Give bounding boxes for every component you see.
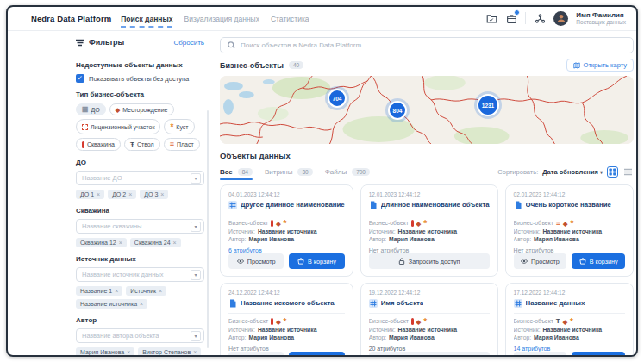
map-cluster-marker[interactable]: 1231: [477, 94, 499, 116]
well-input[interactable]: [82, 222, 191, 230]
attributes-link[interactable]: 14 атрибутов: [514, 346, 625, 352]
remove-tag-icon[interactable]: ×: [193, 349, 197, 355]
tag-do-1[interactable]: ДО 1×: [76, 190, 104, 199]
source-select[interactable]: ▾: [76, 267, 204, 282]
source-value: Название источника: [258, 228, 317, 236]
chip-layer[interactable]: ≡Пласт: [164, 138, 200, 151]
card-title[interactable]: Длинное наименование объекта: [381, 201, 490, 209]
tab-all-count: 84: [238, 168, 253, 176]
request-access-button[interactable]: Запросить доступ: [369, 253, 490, 269]
source-input[interactable]: [82, 271, 191, 278]
nav-tab-statistics[interactable]: Статистика: [271, 7, 309, 30]
chevron-down-icon[interactable]: ▾: [191, 173, 201, 184]
card-title[interactable]: Очень короткое название: [526, 201, 611, 209]
type-label: Бизнес-объект: [369, 219, 409, 228]
card-date: 19.12.2022 12:44:12: [369, 290, 490, 296]
chip-cluster[interactable]: *Куст: [164, 119, 194, 134]
source-label: Источник:: [228, 327, 255, 334]
user-avatar[interactable]: [553, 11, 568, 26]
author-input[interactable]: [82, 332, 191, 340]
chip-do[interactable]: ▦ДО: [76, 103, 106, 115]
attributes-link[interactable]: 6 атрибутов: [228, 247, 345, 253]
reset-filters-link[interactable]: Сбросить: [173, 39, 204, 47]
tab-showcases-count: 30: [297, 168, 312, 176]
tag-do-2[interactable]: ДО 2×: [108, 190, 136, 199]
remove-tag-icon[interactable]: ×: [173, 240, 177, 246]
inaccessible-objects-label: Недоступные объекты данных: [76, 61, 204, 69]
remove-tag-icon[interactable]: ×: [97, 191, 100, 197]
do-select[interactable]: ▾: [76, 171, 204, 185]
type-chips: ▦ДО ◆Месторождение Лицензионный участок …: [76, 103, 204, 151]
tag-source-1[interactable]: Название 1×: [76, 286, 122, 296]
grid-view-toggle[interactable]: [607, 166, 618, 178]
org-structure-icon[interactable]: [534, 12, 546, 24]
user-info[interactable]: Имя Фамилия Поставщик данных: [576, 11, 626, 26]
source-label: Источник:: [514, 327, 541, 334]
tag-source-2[interactable]: Источник×: [126, 286, 166, 296]
add-to-cart-button[interactable]: В корзину: [289, 253, 344, 269]
map-cluster-marker[interactable]: 804: [388, 101, 407, 120]
view-button[interactable]: Просмотр: [228, 352, 284, 355]
cluster-icon: *: [423, 318, 427, 326]
tab-showcases[interactable]: Витрины30: [265, 165, 313, 178]
chevron-down-icon[interactable]: ▾: [191, 331, 201, 341]
card-title[interactable]: Название данных: [526, 299, 585, 307]
remove-tag-icon[interactable]: ×: [115, 288, 118, 294]
request-access-button[interactable]: Запросить доступ: [369, 352, 490, 355]
nav-tab-data-search[interactable]: Поиск данных: [121, 7, 172, 30]
tag-source-3[interactable]: Название источника×: [76, 299, 147, 309]
chevron-down-icon[interactable]: ▾: [191, 270, 201, 280]
add-to-cart-button[interactable]: В корзину: [572, 253, 625, 269]
nav-tab-data-visualization[interactable]: Визуализация данных: [184, 7, 259, 30]
remove-tag-icon[interactable]: ×: [127, 349, 130, 355]
remove-tag-icon[interactable]: ×: [140, 301, 143, 307]
author-label: Автор:: [228, 236, 246, 244]
documents-icon[interactable]: [485, 12, 497, 24]
sidebar-scrollbar[interactable]: [207, 110, 209, 348]
chip-field[interactable]: ◆Месторождение: [109, 103, 174, 115]
view-button[interactable]: Просмотр: [514, 253, 567, 269]
tag-do-3[interactable]: ДО 3×: [140, 190, 168, 199]
tab-files[interactable]: Файлы700: [325, 165, 370, 178]
tag-well-12[interactable]: Скважина 12×: [76, 238, 127, 247]
do-input[interactable]: [82, 174, 191, 182]
search-bar[interactable]: [220, 37, 634, 53]
checkbox-checked-icon[interactable]: ✓: [76, 74, 84, 83]
open-map-button[interactable]: Открыть карту: [566, 59, 634, 72]
tag-well-24[interactable]: Скважина 24×: [130, 238, 181, 247]
author-select[interactable]: ▾: [76, 328, 204, 343]
remove-tag-icon[interactable]: ×: [160, 191, 164, 197]
layer-icon: ≡: [556, 220, 560, 228]
chip-license-area[interactable]: Лицензионный участок: [76, 119, 160, 134]
notification-badge: [514, 9, 520, 16]
chip-well[interactable]: Скважина: [76, 138, 121, 151]
map-canvas[interactable]: 704 804 1231: [220, 76, 634, 144]
chip-bore[interactable]: ŦСтвол: [124, 138, 160, 151]
card-title[interactable]: Имя объекта: [381, 299, 424, 307]
remove-tag-icon[interactable]: ×: [159, 288, 162, 294]
card-title[interactable]: Другое длинное наименование: [241, 201, 345, 209]
remove-tag-icon[interactable]: ×: [119, 240, 122, 246]
bore-icon: Ŧ: [130, 141, 134, 148]
view-button[interactable]: Просмотр: [514, 352, 567, 355]
tab-all[interactable]: Все84: [220, 165, 253, 178]
cart-box-icon[interactable]: [505, 12, 517, 24]
map-cluster-marker[interactable]: 704: [328, 89, 347, 108]
show-no-access-checkbox-row[interactable]: ✓ Показывать объекты без доступа: [76, 74, 204, 83]
remove-tag-icon[interactable]: ×: [128, 191, 132, 197]
add-to-cart-button[interactable]: В корзину: [572, 352, 625, 355]
add-to-cart-button[interactable]: В корзину: [289, 352, 344, 355]
well-select[interactable]: ▾: [76, 219, 204, 234]
attributes-text: Нет атрибутов: [228, 346, 345, 352]
source-group-label: Источник данных: [76, 255, 204, 263]
tag-author-2[interactable]: Виктор Степанов×: [138, 347, 201, 355]
view-button[interactable]: Просмотр: [228, 253, 284, 269]
tag-author-1[interactable]: Мария Иванова×: [76, 347, 134, 355]
list-view-toggle[interactable]: [622, 166, 634, 178]
chevron-down-icon[interactable]: ▾: [191, 222, 201, 232]
card-title[interactable]: Название искомого объекта: [241, 299, 335, 307]
search-input[interactable]: [241, 41, 626, 49]
sort-dropdown[interactable]: Дата обновления ▾: [542, 168, 603, 176]
checkbox-label: Показывать объекты без доступа: [89, 75, 189, 83]
attributes-text: Нет атрибутов: [514, 247, 625, 253]
